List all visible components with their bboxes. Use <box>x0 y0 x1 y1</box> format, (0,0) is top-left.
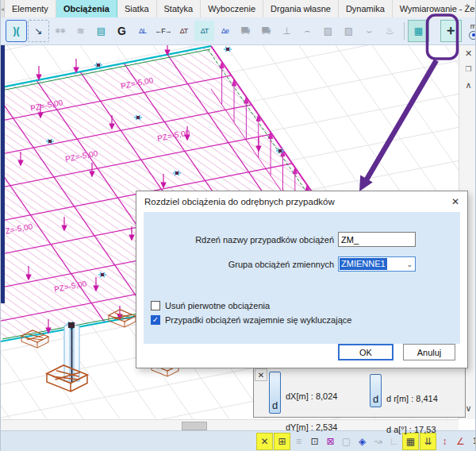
self-weight-icon[interactable]: G <box>112 21 132 41</box>
chevron-down-icon[interactable]: ⌄ <box>406 260 413 268</box>
tab-wyboczenie[interactable]: Wyboczenie <box>201 0 263 17</box>
remove-original-loads-label: Usuń pierwotne obciążenia <box>165 301 270 310</box>
temperature-gradient-icon[interactable]: ΔT <box>194 21 214 41</box>
truck-load-icon[interactable]: ⛟ <box>236 21 255 41</box>
tab-drgania-wlasne[interactable]: Drgania własne <box>263 0 339 17</box>
view-close-icon[interactable]: ✕ <box>459 45 476 61</box>
section-select-icon[interactable]: )( <box>6 20 27 42</box>
load-pointer-icon[interactable]: ↘ <box>28 20 49 42</box>
dr-value: d r[m] : 8,414 <box>386 394 438 404</box>
mutually-exclusive-row[interactable]: ✓ Przypadki obciążeń wzajemnie się wyklu… <box>151 315 351 325</box>
coordinate-panel: ✕ d dX[m] : 8,024 dY[m] : 2,534 dZ[m] : … <box>253 367 466 418</box>
snow-load-icon[interactable]: ❄❄ <box>50 21 70 41</box>
influence-line-icon[interactable]: ⌢ <box>298 21 317 41</box>
delta-mode-button-polar[interactable]: d <box>370 374 382 407</box>
case-name-root-label: Rdzeń nazwy przypadków obciążeń <box>136 233 334 248</box>
toolbar-separator <box>404 22 405 40</box>
exponent-icon[interactable]: 1² <box>469 434 476 449</box>
water-pressure-icon[interactable]: ▤ <box>91 21 111 41</box>
view-restore-icon[interactable]: ❐ <box>459 61 476 77</box>
load-group-combobox[interactable]: ZMIENNE1 ⌄ <box>338 256 416 272</box>
slanted-mesh2-icon[interactable]: ▨ <box>339 21 359 41</box>
fire-load-icon[interactable]: ♨ <box>380 21 400 41</box>
horizontal-scrollbar-thumb[interactable] <box>182 422 207 430</box>
delta-polar-values: d r[m] : 8,414 d a[°] : 17,53 dh[m] : 0 <box>386 373 438 451</box>
delta-xyz-values: dX[m] : 8,024 dY[m] : 2,534 dZ[m] : 0 dL… <box>286 371 337 451</box>
mutually-exclusive-checkbox[interactable]: ✓ <box>151 315 160 325</box>
load-group-selected-value: ZMIENNE1 <box>340 258 387 270</box>
tab-elementy[interactable]: Elementy <box>5 0 56 17</box>
slanted-mesh-icon[interactable]: ▨ <box>318 21 338 41</box>
view-border <box>1 45 5 303</box>
force-load-icon[interactable]: ←F→ <box>153 21 173 41</box>
case-name-root-input[interactable] <box>338 232 416 247</box>
unit-meter-label: m <box>470 23 476 30</box>
mesh-icon[interactable]: ▦ <box>408 20 429 42</box>
rail-load-icon[interactable]: ⊥ <box>277 21 297 41</box>
angle-icon[interactable]: ∠ <box>453 434 468 449</box>
dialog-title: Rozdziel obciążenia do odrębnych przypad… <box>136 191 467 212</box>
loads-toolbar: )( ↘ ❄❄ ≋ ▤ G ΔL ←F→ ΔT ΔT Δe ⛟ ⛟ ⊥ ⌢ ▨ … <box>1 17 476 45</box>
wind-load-icon[interactable]: ≋ <box>71 21 90 41</box>
dy-value: dY[m] : 2,534 <box>286 422 337 433</box>
da-value: d a[°] : 17,53 <box>386 425 438 435</box>
tab-dynamika[interactable]: Dynamika <box>339 0 393 17</box>
dx-value: dX[m] : 8,024 <box>286 391 337 402</box>
module-tabbar: ◂ Elementy Obciążenia Siatka Statyka Wyb… <box>1 0 476 18</box>
elongation-load-icon[interactable]: ΔL <box>132 21 152 41</box>
mutually-exclusive-label: Przypadki obciążeń wzajemnie się wyklucz… <box>165 315 351 325</box>
curve-icon[interactable]: ↝ <box>370 434 386 449</box>
tab-statyka[interactable]: Statyka <box>157 0 202 17</box>
load-group-label: Grupa obciążeń zmiennych <box>136 257 334 272</box>
node-link-icon[interactable]: ◈ <box>355 434 370 449</box>
tab-obciazenia[interactable]: Obciążenia <box>56 0 117 17</box>
unit-meter-icon[interactable]: m <box>469 23 476 40</box>
updown-icon[interactable]: ↕ <box>437 434 452 449</box>
imperfection-load-icon[interactable]: Δe <box>215 21 235 41</box>
temperature-load-icon[interactable]: ΔT <box>174 21 194 41</box>
app-window: ◂ Elementy Obciążenia Siatka Statyka Wyb… <box>0 0 476 451</box>
coordinate-panel-close-icon[interactable]: ✕ <box>255 368 267 381</box>
tab-wymiarowanie-zelbet[interactable]: Wymiarowanie - Żelbet <box>393 0 476 17</box>
remove-original-loads-row[interactable]: Usuń pierwotne obciążenia <box>151 301 270 310</box>
delta-mode-button-xyz[interactable]: d <box>269 372 281 414</box>
split-loads-icon[interactable]: ✛ <box>440 20 462 42</box>
tab-siatka[interactable]: Siatka <box>117 0 157 17</box>
frame-icon[interactable]: ▢ <box>339 434 354 449</box>
unit-radio-icon <box>469 31 476 40</box>
ok-button[interactable]: OK <box>338 344 393 360</box>
cancel-button[interactable]: Anuluj <box>403 344 455 360</box>
remove-original-loads-checkbox[interactable] <box>151 301 160 310</box>
train-load-icon[interactable]: ⛟ <box>256 21 276 41</box>
tank-load-icon[interactable]: ⌣ <box>359 21 379 41</box>
selection-cross-icon[interactable]: ✕ <box>256 433 273 450</box>
scroll-up-icon[interactable]: ∧ <box>459 77 476 93</box>
dialog-close-button[interactable]: ✕ <box>448 195 463 209</box>
split-loads-dialog: Rozdziel obciążenia do odrębnych przypad… <box>136 191 468 368</box>
